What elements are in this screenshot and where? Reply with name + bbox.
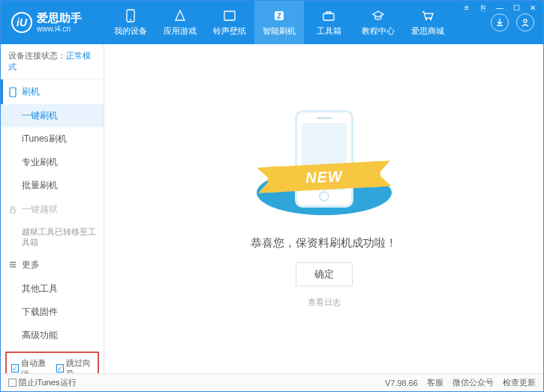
nav-label: 应用游戏 <box>164 25 197 37</box>
main-nav: 我的设备 应用游戏 铃声壁纸 智能刷机 工具箱 教程中心 爱思商城 <box>106 1 491 44</box>
options-highlight-box: ✓ 自动激活 ✓ 跳过向导 <box>5 352 99 373</box>
sidebar-item-download-firmware[interactable]: 下载固件 <box>1 301 104 324</box>
ribbon-text: NEW <box>305 167 343 187</box>
nav-toolbox[interactable]: 工具箱 <box>304 1 353 44</box>
nav-apps-games[interactable]: 应用游戏 <box>155 1 205 44</box>
checkbox-auto-activate[interactable]: ✓ 自动激活 <box>11 358 49 373</box>
svg-point-5 <box>425 18 427 19</box>
cart-icon <box>421 9 434 22</box>
svg-rect-4 <box>323 13 334 20</box>
service-link[interactable]: 客服 <box>427 377 443 388</box>
nav-ringtone-wallpaper[interactable]: 铃声壁纸 <box>205 1 254 44</box>
nav-tutorials[interactable]: 教程中心 <box>353 1 403 44</box>
sidebar-item-batch-flash[interactable]: 批量刷机 <box>1 174 104 197</box>
graduation-icon <box>371 9 385 22</box>
group-label: 一键越狱 <box>22 203 58 216</box>
wechat-link[interactable]: 微信公众号 <box>452 377 494 388</box>
app-name: 爱思助手 <box>37 12 82 25</box>
sidebar-item-oneclick-flash[interactable]: 一键刷机 <box>1 104 104 127</box>
close-icon[interactable]: ✕ <box>525 2 540 13</box>
logo: iU 爱思助手 www.i4.cn <box>1 12 106 33</box>
sidebar-item-itunes-flash[interactable]: iTunes刷机 <box>1 127 104 151</box>
nav-my-device[interactable]: 我的设备 <box>106 1 155 44</box>
list-icon <box>8 260 17 269</box>
nav-label: 智能刷机 <box>263 25 296 37</box>
maximize-icon[interactable]: ☐ <box>509 2 524 13</box>
chk-label: 自动激活 <box>21 358 49 373</box>
view-log-link[interactable]: 查看日志 <box>308 297 341 308</box>
sidebar-item-advanced[interactable]: 高级功能 <box>1 324 104 347</box>
svg-point-7 <box>524 19 527 22</box>
toolbox-icon <box>322 9 335 22</box>
svg-rect-2 <box>224 11 235 20</box>
nav-label: 工具箱 <box>317 25 341 37</box>
sidebar-group-more[interactable]: 更多 <box>1 253 104 277</box>
success-illustration: NEW <box>253 110 395 223</box>
wallpaper-icon <box>223 9 236 22</box>
download-button[interactable] <box>491 13 509 31</box>
check-icon: ✓ <box>11 364 19 373</box>
flash-icon <box>272 9 286 22</box>
footer: 阻止iTunes运行 V7.98.66 客服 微信公众号 检查更新 <box>1 373 543 391</box>
nav-label: 爱思商城 <box>411 25 444 37</box>
checkbox-skip-guide[interactable]: ✓ 跳过向导 <box>56 358 94 373</box>
group-label: 更多 <box>22 259 40 271</box>
svg-rect-8 <box>10 88 16 97</box>
checkbox-icon <box>8 379 17 387</box>
checkbox-block-itunes[interactable]: 阻止iTunes运行 <box>8 377 77 388</box>
sidebar-group-jailbreak[interactable]: 一键越狱 <box>1 197 104 222</box>
phone-icon <box>8 87 17 97</box>
version-label: V7.98.66 <box>385 379 418 388</box>
pin-icon[interactable]: ⎘ <box>476 2 491 13</box>
phone-icon <box>124 9 137 22</box>
app-url: www.i4.cn <box>37 25 82 33</box>
lock-icon <box>8 205 17 214</box>
apps-icon <box>173 9 187 22</box>
svg-point-1 <box>130 19 131 20</box>
sidebar-item-other-tools[interactable]: 其他工具 <box>1 277 104 301</box>
chk-label: 阻止iTunes运行 <box>19 377 77 388</box>
logo-icon: iU <box>11 12 32 33</box>
sidebar: 设备连接状态：正常模式 刷机 一键刷机 iTunes刷机 专业刷机 批量刷机 一… <box>1 44 104 373</box>
group-label: 刷机 <box>22 85 40 98</box>
ok-button[interactable]: 确定 <box>296 262 353 286</box>
success-message: 恭喜您，保资料刷机成功啦！ <box>251 236 397 250</box>
jailbreak-note: 越狱工具已转移至工具箱 <box>1 222 104 253</box>
nav-smart-flash[interactable]: 智能刷机 <box>254 1 304 44</box>
connection-status: 设备连接状态：正常模式 <box>1 44 104 79</box>
check-update-link[interactable]: 检查更新 <box>503 377 536 388</box>
nav-label: 教程中心 <box>362 25 395 37</box>
nav-label: 我的设备 <box>114 25 147 37</box>
minimize-icon[interactable]: — <box>492 2 507 13</box>
svg-point-6 <box>430 18 431 19</box>
chk-label: 跳过向导 <box>66 358 94 373</box>
nav-store[interactable]: 爱思商城 <box>403 1 452 44</box>
user-button[interactable] <box>516 13 534 31</box>
check-icon: ✓ <box>56 364 64 373</box>
main-content: NEW 恭喜您，保资料刷机成功啦！ 确定 查看日志 <box>104 44 543 373</box>
svg-rect-9 <box>11 209 15 213</box>
menu-icon[interactable]: ≡ <box>459 2 474 13</box>
sidebar-item-pro-flash[interactable]: 专业刷机 <box>1 151 104 174</box>
status-label: 设备连接状态： <box>8 51 66 60</box>
nav-label: 铃声壁纸 <box>213 25 246 37</box>
sidebar-group-flash[interactable]: 刷机 <box>1 79 104 104</box>
